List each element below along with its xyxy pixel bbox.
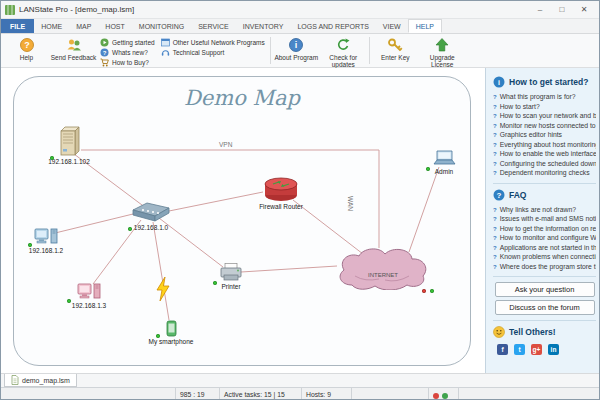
map-node-server[interactable]: 192.168.1.102 [34, 125, 104, 166]
feedback-people-icon [66, 37, 82, 53]
tab-file[interactable]: FILE [1, 19, 34, 33]
status-empty [459, 388, 599, 400]
faq-link[interactable]: Known problems when connecting ... [493, 252, 596, 262]
tab-help[interactable]: HELP [408, 19, 442, 33]
question-bullet-icon [493, 253, 497, 260]
tab-service[interactable]: SERVICE [191, 19, 236, 33]
check-updates-button[interactable]: Check for updates [320, 35, 367, 66]
faq-link[interactable]: Applications are not started in the ... [493, 243, 596, 253]
other-programs-button[interactable]: Other Useful Network Programs [161, 38, 265, 46]
map-node-router[interactable]: Firewall Router [254, 176, 308, 211]
faq-header: ? FAQ [493, 189, 596, 201]
status-coordinates: 985 : 19 [176, 388, 220, 400]
cart-icon [100, 58, 109, 67]
help-link[interactable]: What this program is for? [493, 92, 596, 102]
enter-key-button[interactable]: Enter Key [372, 35, 419, 66]
status-empty [1, 388, 176, 400]
status-dot [50, 156, 54, 160]
tab-home[interactable]: HOME [34, 19, 69, 33]
status-dot [128, 227, 132, 231]
getting-started-icon [100, 38, 109, 47]
linkedin-icon[interactable]: in [548, 344, 559, 355]
question-bullet-icon [493, 141, 497, 148]
upgrade-license-button[interactable]: Upgrade License [419, 35, 466, 66]
help-link[interactable]: How to start? [493, 102, 596, 112]
help-links-stack: Getting started ? Whats new? How to Buy? [97, 35, 158, 66]
technical-support-button[interactable]: Technical Support [161, 48, 265, 56]
question-bullet-icon [493, 263, 497, 270]
faq-link[interactable]: How to get the information on rem... [493, 224, 596, 234]
map-links [1, 68, 485, 373]
help-link[interactable]: How to scan your network and buil... [493, 111, 596, 121]
map-node-internet[interactable]: INTERNET [335, 246, 431, 280]
help-link[interactable]: Graphics editor hints [493, 130, 596, 140]
faq-link[interactable]: How to monitor and configure WMI? [493, 233, 596, 243]
help-link[interactable]: Everything about host monitoring a... [493, 140, 596, 150]
facebook-icon[interactable]: f [497, 344, 508, 355]
tab-map[interactable]: MAP [69, 19, 98, 33]
app-logo-icon [5, 5, 15, 15]
status-indicator-icons [429, 388, 459, 400]
how-to-buy-button[interactable]: How to Buy? [100, 58, 155, 66]
wan-link-label: WAN [347, 196, 354, 211]
maximize-button[interactable]: □ [551, 2, 573, 18]
tab-monitoring[interactable]: MONITORING [132, 19, 191, 33]
tab-logs-and-reports[interactable]: LOGS AND REPORTS [290, 19, 375, 33]
map-node-pc2[interactable]: 192.168.1.2 [11, 227, 81, 255]
refresh-icon [335, 37, 351, 53]
faq-link[interactable]: Issues with e-mail and SMS notifica... [493, 214, 596, 224]
map-canvas[interactable]: Demo Map VPN WAN 192.168.1.102 192.168.1… [1, 68, 485, 373]
question-bullet-icon [493, 112, 497, 119]
status-dot [430, 289, 434, 293]
tab-view[interactable]: VIEW [376, 19, 408, 33]
help-link[interactable]: Configuring the scheduled downlo... [493, 159, 596, 169]
document-icon [11, 375, 19, 386]
map-node-admin[interactable]: Admin [409, 150, 479, 176]
svg-text:?: ? [103, 49, 107, 55]
minimize-button[interactable]: – [529, 2, 551, 18]
help-link[interactable]: Monitor new hosts connected to th... [493, 121, 596, 131]
tab-host[interactable]: HOST [98, 19, 131, 33]
getting-started-button[interactable]: Getting started [100, 38, 155, 46]
getting-started-header: i How to get started? [493, 76, 596, 88]
twitter-icon[interactable]: t [514, 344, 525, 355]
about-program-button[interactable]: i About Program [273, 35, 320, 66]
whats-new-button[interactable]: ? Whats new? [100, 48, 155, 56]
whats-new-label: Whats new? [112, 49, 148, 56]
upgrade-arrow-icon [434, 37, 450, 53]
question-bullet-icon [493, 215, 497, 222]
help-button[interactable]: ? Help [3, 35, 50, 66]
send-feedback-button[interactable]: Send Feedback [50, 35, 97, 66]
app-window: LANState Pro - [demo_map.lsm] – □ ✕ FILE… [0, 0, 600, 400]
ribbon-toolbar: ? Help Send Feedback Getting started ? W… [1, 34, 599, 68]
doc-tab[interactable]: demo_map.lsm [4, 374, 77, 387]
cloud-icon [335, 246, 431, 290]
close-button[interactable]: ✕ [573, 2, 595, 18]
faq-link[interactable]: Why links are not drawn? [493, 205, 596, 215]
other-programs-label: Other Useful Network Programs [173, 39, 265, 46]
map-node-smartphone[interactable]: My smartphone [136, 320, 206, 346]
workstation-alert-icon [77, 282, 101, 301]
faq-icon: ? [493, 189, 505, 201]
status-dot [28, 243, 32, 247]
help-icon: ? [19, 37, 35, 53]
node-label: 192.168.1.0 [134, 224, 168, 232]
help-link[interactable]: How to enable the web interface? [493, 149, 596, 159]
node-label: Admin [435, 168, 453, 176]
enter-key-label: Enter Key [381, 54, 410, 61]
ask-question-button[interactable]: Ask your question [495, 282, 595, 297]
question-bullet-icon [493, 244, 497, 251]
forum-button[interactable]: Discuss on the forum [495, 300, 595, 315]
map-node-switch[interactable]: 192.168.1.0 [116, 201, 186, 232]
node-label: My smartphone [149, 338, 194, 346]
googleplus-icon[interactable]: g+ [531, 344, 542, 355]
node-label: 192.168.1.2 [29, 247, 63, 255]
map-node-pc3[interactable]: 192.168.1.3 [54, 282, 124, 310]
key-icon [387, 37, 403, 53]
faq-link[interactable]: Where does the program store the ... [493, 262, 596, 272]
help-link[interactable]: Dependent monitoring checks [493, 168, 596, 178]
tab-inventory[interactable]: INVENTORY [236, 19, 291, 33]
tell-others-header: Tell Others! [493, 326, 596, 338]
sidebar-divider [493, 276, 596, 277]
map-node-printer[interactable]: Printer [196, 263, 266, 291]
